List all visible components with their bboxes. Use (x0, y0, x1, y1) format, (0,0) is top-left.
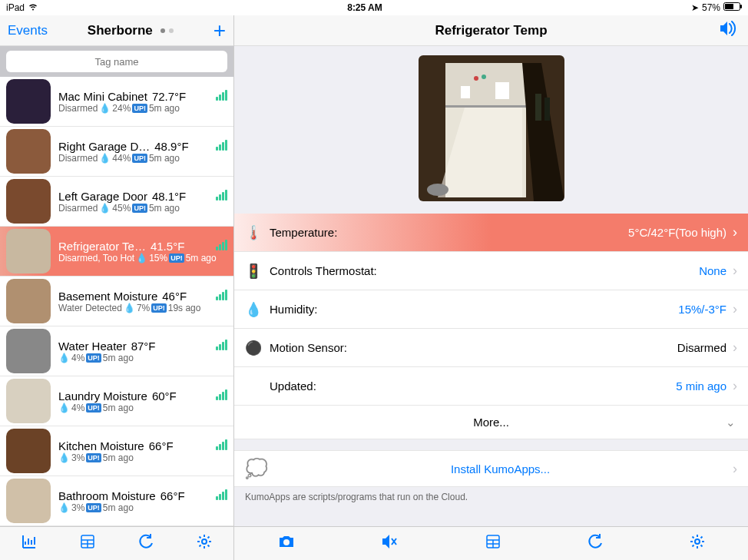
sensor-sub: Disarmed 💧44% UP!5m ago (58, 153, 227, 164)
svg-rect-1 (725, 4, 733, 9)
thumbnail (6, 329, 51, 373)
detail-pane: Refrigerator Temp (234, 15, 748, 526)
detail-toolbar (234, 526, 748, 560)
humidity-icon: 💧 (99, 203, 111, 214)
thermometer-icon: 🌡️ (245, 224, 262, 241)
humidity-row[interactable]: 💧 Humidity: 15%/-3°F › (234, 290, 748, 329)
list-item[interactable]: Mac Mini Cabinet72.7°FDisarmed 💧24% UP!5… (0, 77, 233, 127)
sensor-name: Mac Mini Cabinet (58, 90, 147, 103)
camera-icon[interactable] (278, 535, 295, 552)
svg-point-10 (482, 75, 486, 79)
humidity-icon: 💧 (245, 301, 262, 318)
updated-row[interactable]: Updated: 5 min ago › (234, 367, 748, 406)
sensor-temp: 48.1°F (152, 190, 186, 203)
status-bar: iPad 8:25 AM ➤ 57% (0, 0, 748, 15)
signal-icon (216, 240, 227, 250)
sensor-sub: 💧3% UP!5m ago (58, 502, 227, 513)
wifi-icon (28, 2, 38, 13)
thumbnail (6, 379, 51, 423)
list-item[interactable]: Left Garage Door48.1°FDisarmed 💧45% UP!5… (0, 177, 233, 227)
list-item[interactable]: Laundry Moisture60°F💧4% UP!5m ago (0, 376, 233, 426)
traffic-light-icon: 🚦 (245, 263, 262, 280)
calculator-icon[interactable] (485, 534, 501, 553)
thumbnail (6, 279, 51, 323)
install-kumoapps-row[interactable]: 💭 Install KumoApps... › (234, 450, 748, 487)
svg-point-20 (202, 539, 207, 544)
sensor-temp: 48.9°F (154, 140, 188, 153)
add-button[interactable]: + (213, 20, 226, 41)
sensor-temp: 66°F (161, 489, 185, 502)
refresh-icon[interactable] (587, 534, 603, 553)
thumbnail (6, 179, 51, 224)
detail-title: Refrigerator Temp (435, 23, 547, 38)
svg-rect-14 (544, 98, 550, 121)
sensor-temp: 46°F (162, 290, 187, 303)
signal-icon (216, 90, 227, 101)
calculator-icon[interactable] (80, 534, 95, 553)
sensor-name: Basement Moisture (58, 290, 157, 303)
sensor-name: Laundry Moisture (58, 389, 147, 403)
refresh-icon[interactable] (138, 534, 154, 553)
thermostat-row[interactable]: 🚦 Controls Thermostat: None › (234, 252, 748, 290)
up-badge: UP! (86, 403, 101, 413)
thumbnail (6, 79, 51, 124)
svg-rect-5 (445, 63, 526, 105)
sensor-sub: 💧4% UP!5m ago (58, 403, 227, 413)
sensor-temp: 41.5°F (151, 240, 184, 253)
svg-rect-12 (461, 86, 470, 98)
sensor-name: Right Garage D… (58, 140, 150, 153)
up-badge: UP! (132, 204, 147, 213)
up-badge: UP! (86, 453, 101, 462)
sensor-temp: 60°F (152, 389, 177, 403)
thumbnail (6, 429, 51, 473)
signal-icon (216, 290, 227, 300)
battery-text: 57% (702, 2, 720, 13)
up-badge: UP! (86, 503, 101, 512)
chevron-right-icon: › (733, 378, 737, 394)
list-item[interactable]: Basement Moisture46°FWater Detected 💧7% … (0, 277, 233, 326)
signal-icon (216, 389, 227, 400)
signal-icon (216, 439, 227, 450)
sensor-temp: 87°F (131, 340, 156, 353)
gear-icon[interactable] (690, 534, 705, 553)
chart-icon[interactable] (22, 534, 37, 553)
list-item[interactable]: Right Garage D…48.9°FDisarmed 💧44% UP!5m… (0, 127, 233, 177)
up-badge: UP! (132, 104, 147, 113)
mute-icon[interactable] (382, 535, 399, 552)
chevron-right-icon: › (733, 461, 737, 477)
sensor-name: Refrigerator Te… (58, 240, 146, 253)
more-row[interactable]: More... ⌄ (234, 406, 748, 439)
temperature-row[interactable]: 🌡️ Temperature: 5°C/42°F(Too high) › (234, 214, 748, 252)
list-item[interactable]: Water Heater87°F💧4% UP!5m ago (0, 326, 233, 376)
events-link[interactable]: Events (8, 23, 48, 38)
sensor-sub: 💧4% UP!5m ago (58, 353, 227, 363)
chevron-right-icon: › (733, 340, 737, 356)
chevron-right-icon: › (733, 301, 737, 317)
humidity-icon: 💧 (124, 303, 135, 313)
signal-icon (216, 190, 227, 200)
thumbnail (6, 129, 51, 174)
motion-sensor-icon: ⚫ (245, 340, 262, 356)
search-input[interactable] (6, 51, 227, 72)
list-item[interactable]: Refrigerator Te…41.5°FDisarmed, Too Hot … (0, 227, 233, 277)
speaker-icon[interactable] (719, 21, 739, 41)
chevron-down-icon: ⌄ (726, 416, 736, 429)
gear-icon[interactable] (197, 534, 212, 553)
sensor-sub: Disarmed, Too Hot 💧15% UP!5m ago (58, 253, 227, 263)
svg-rect-2 (740, 5, 742, 8)
humidity-icon: 💧 (136, 253, 147, 263)
kumoapps-hint: KumoApps are scripts/programs that run o… (234, 487, 748, 510)
humidity-icon: 💧 (58, 353, 70, 363)
sensor-list[interactable]: Mac Mini Cabinet72.7°FDisarmed 💧24% UP!5… (0, 77, 233, 526)
svg-point-9 (474, 76, 478, 81)
humidity-icon: 💧 (99, 103, 111, 114)
page-dots (161, 28, 174, 33)
list-item[interactable]: Bathroom Moisture66°F💧3% UP!5m ago (0, 476, 233, 526)
battery-icon (723, 2, 742, 13)
sensor-photo (419, 55, 564, 201)
thumbnail (6, 229, 51, 273)
up-badge: UP! (86, 353, 101, 363)
list-item[interactable]: Kitchen Moisture66°F💧3% UP!5m ago (0, 426, 233, 476)
svg-rect-6 (445, 105, 526, 108)
motion-row[interactable]: ⚫ Motion Sensor: Disarmed › (234, 329, 748, 367)
